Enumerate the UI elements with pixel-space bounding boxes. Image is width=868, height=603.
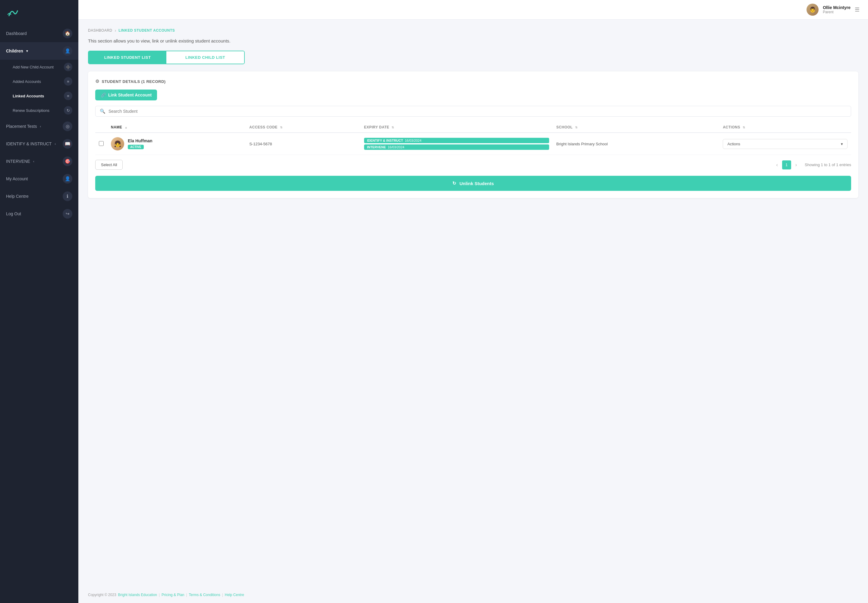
next-page-button[interactable]: ›: [794, 161, 798, 169]
user-role: Parent: [823, 10, 851, 14]
menu-icon[interactable]: ☰: [855, 6, 860, 13]
sidebar-item-identify-label: IDENTIFY & INSTRUCT: [6, 141, 51, 146]
sidebar-item-children-label: Children: [6, 48, 23, 53]
footer-pricing-link[interactable]: Pricing & Plan: [162, 593, 184, 597]
avatar: 👨: [806, 4, 819, 15]
actions-label: Actions: [727, 142, 740, 146]
sidebar-subitem-added-accounts-label: Added Accounts: [13, 79, 41, 84]
card-title-text: STUDENT DETAILS (1 RECORD): [102, 79, 166, 84]
content-area: Dashboard › Linked Student Accounts This…: [78, 20, 868, 587]
sidebar-item-children[interactable]: Children ▾ 👤: [0, 42, 78, 60]
sidebar-item-placement-tests[interactable]: Placement Tests ‹ ◎: [0, 118, 78, 135]
book-icon: 📖: [63, 139, 73, 148]
sidebar-item-placement-label: Placement Tests: [6, 124, 37, 129]
link-icon: 🔗: [101, 93, 106, 97]
logo-area: [0, 0, 78, 25]
chevron-left2-icon: ‹: [54, 142, 56, 145]
nessy-logo-icon: [6, 7, 19, 19]
actions-dropdown[interactable]: Actions ▾: [723, 139, 848, 149]
search-icon: 🔍: [100, 108, 105, 114]
sort-school-icon: ⇅: [575, 126, 578, 129]
logout-icon: ↪: [63, 209, 73, 219]
table-row: 👧 Ela Huffman ACTIVE S-1234-5678: [95, 133, 851, 155]
sidebar-item-added-accounts[interactable]: Added Accounts ≡: [0, 74, 78, 89]
sidebar-subitem-renew-label: Renew Subscriptions: [13, 108, 49, 113]
sidebar-nav: Dashboard 🏠 Children ▾ 👤 Add New Child A…: [0, 25, 78, 603]
sidebar: Dashboard 🏠 Children ▾ 👤 Add New Child A…: [0, 0, 78, 603]
col-header-name[interactable]: NAME ▲: [107, 122, 246, 133]
home-icon: 🏠: [63, 29, 73, 38]
breadcrumb-home[interactable]: Dashboard: [88, 28, 113, 32]
breadcrumb: Dashboard › Linked Student Accounts: [88, 28, 858, 33]
sidebar-item-intervene[interactable]: INTERVENE ‹ 🎯: [0, 153, 78, 170]
account-icon: 👤: [63, 174, 73, 184]
col-header-access-code[interactable]: ACCESS CODE ⇅: [246, 122, 360, 133]
sort-name-icon: ▲: [125, 126, 128, 129]
footer-copyright: Copyright © 2023: [88, 593, 116, 597]
footer-terms-link[interactable]: Terms & Conditions: [189, 593, 220, 597]
tab-linked-student-list[interactable]: LINKED STUDENT LIST: [89, 51, 166, 63]
footer-brand-link[interactable]: Bright Islands Education: [118, 593, 157, 597]
col-header-actions[interactable]: ACTIONS ⇅: [719, 122, 851, 133]
footer: Copyright © 2023 Bright Islands Educatio…: [78, 587, 868, 603]
sidebar-item-logout-label: Log Out: [6, 211, 21, 216]
sidebar-subitem-add-child-label: Add New Child Account: [13, 65, 54, 70]
chevron-down-icon: ▾: [26, 49, 28, 53]
sidebar-item-dashboard-label: Dashboard: [6, 31, 27, 36]
link-student-account-button[interactable]: 🔗 Link Student Account: [95, 90, 157, 100]
user-info: Ollie Mcintyre Parent: [823, 5, 851, 14]
topbar: 👨 Ollie Mcintyre Parent ☰: [78, 0, 868, 20]
unlink-students-button[interactable]: ↻ Unlink Students: [95, 176, 851, 191]
subscription-label-identify: IDENTIFY & INSTRUCT: [367, 139, 403, 142]
sidebar-item-help-label: Help Centre: [6, 194, 29, 199]
sidebar-item-identify-instruct[interactable]: IDENTIFY & INSTRUCT ‹ 📖: [0, 135, 78, 153]
sidebar-item-dashboard[interactable]: Dashboard 🏠: [0, 25, 78, 42]
footer-sep-1: |: [159, 593, 160, 597]
footer-sep-3: |: [222, 593, 223, 597]
tab-linked-child-list[interactable]: LINKED CHILD LIST: [166, 51, 244, 63]
tab-bar: LINKED STUDENT LIST LINKED CHILD LIST: [88, 51, 245, 64]
select-all-button[interactable]: Select All: [95, 160, 123, 170]
subscription-tag-identify: IDENTIFY & INSTRUCT 16/03/2024: [364, 138, 549, 143]
student-info: 👧 Ela Huffman ACTIVE: [111, 137, 242, 150]
unlink-btn-label: Unlink Students: [459, 181, 494, 186]
prev-page-button[interactable]: ‹: [774, 161, 779, 169]
search-input[interactable]: [108, 109, 846, 114]
aim-icon: 🎯: [63, 156, 73, 166]
subscription-label-intervene: INTERVENE: [367, 145, 386, 149]
sort-expiry-icon: ⇅: [391, 126, 394, 129]
sidebar-item-my-account-label: My Account: [6, 176, 28, 181]
list2-icon: ≡: [64, 92, 73, 100]
sidebar-item-renew-subscriptions[interactable]: Renew Subscriptions ↻: [0, 103, 78, 118]
showing-info: Showing 1 to 1 of 1 entries: [805, 162, 851, 167]
card-title: ⚙ STUDENT DETAILS (1 RECORD): [95, 79, 851, 84]
students-table-wrap: NAME ▲ ACCESS CODE ⇅ EXPIRY DATE ⇅: [95, 122, 851, 155]
col-header-expiry-date[interactable]: EXPIRY DATE ⇅: [360, 122, 553, 133]
sidebar-item-my-account[interactable]: My Account 👤: [0, 170, 78, 187]
student-details-card: ⚙ STUDENT DETAILS (1 RECORD) 🔗 Link Stud…: [88, 71, 858, 198]
page-number-1[interactable]: 1: [782, 161, 791, 169]
sidebar-item-intervene-label: INTERVENE: [6, 159, 30, 164]
user-name: Ollie Mcintyre: [823, 5, 851, 10]
sidebar-item-help-centre[interactable]: Help Centre ℹ: [0, 187, 78, 205]
student-name: Ela Huffman: [128, 138, 153, 143]
status-badge: ACTIVE: [128, 145, 144, 149]
subscription-date-identify: 16/03/2024: [405, 139, 421, 142]
link-btn-label: Link Student Account: [108, 93, 151, 97]
list-icon: ≡: [64, 77, 73, 86]
col-header-school[interactable]: SCHOOL ⇅: [553, 122, 720, 133]
sidebar-item-log-out[interactable]: Log Out ↪: [0, 205, 78, 223]
footer-sep-2: |: [186, 593, 187, 597]
sort-actions-icon: ⇅: [743, 126, 745, 129]
settings-icon: ⚙: [95, 79, 99, 84]
chevron-left-icon: ‹: [40, 125, 41, 128]
table-body: 👧 Ela Huffman ACTIVE S-1234-5678: [95, 133, 851, 155]
breadcrumb-current: Linked Student Accounts: [119, 28, 175, 32]
sidebar-item-add-new-child[interactable]: Add New Child Account ➕: [0, 60, 78, 74]
sidebar-item-linked-accounts[interactable]: Linked Accounts ≡: [0, 89, 78, 103]
footer-help-link[interactable]: Help Centre: [225, 593, 244, 597]
pagination: ‹ 1 ›: [774, 161, 798, 169]
sort-access-icon: ⇅: [280, 126, 283, 129]
row-checkbox[interactable]: [99, 141, 103, 146]
school-name: Bright Islands Primary School: [556, 142, 608, 146]
